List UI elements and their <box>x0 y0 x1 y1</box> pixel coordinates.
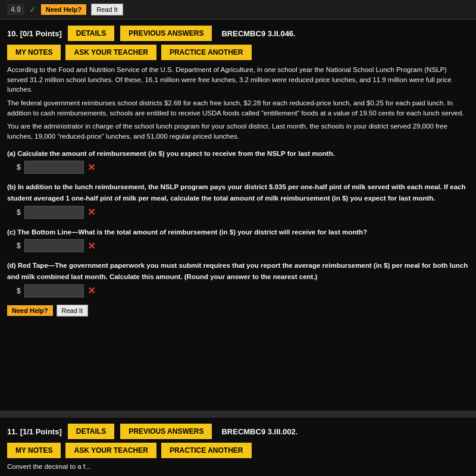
question-10-btn-row: MY NOTES ASK YOUR TEACHER PRACTICE ANOTH… <box>7 45 469 60</box>
ask-teacher-button-10[interactable]: ASK YOUR TEACHER <box>65 45 156 60</box>
need-help-button[interactable]: Need Help? <box>41 4 87 15</box>
question-11-header: 11. [1/1 Points] DETAILS PREVIOUS ANSWER… <box>7 424 469 439</box>
top-strip: 4.9 ✓ Need Help? Read It <box>0 0 476 20</box>
bottom-help-row-10: Need Help? Read It <box>7 305 469 319</box>
practice-button-10[interactable]: PRACTICE ANOTHER <box>161 45 252 60</box>
sub-c-answer-row: $ ✕ <box>17 239 469 252</box>
sub-a-answer-row: $ ✕ <box>17 161 469 174</box>
question-11-btn-row: MY NOTES ASK YOUR TEACHER PRACTICE ANOTH… <box>7 443 469 458</box>
question-10-header: 10. [0/1 Points] DETAILS PREVIOUS ANSWER… <box>7 26 469 41</box>
read-it-button-bottom[interactable]: Read It <box>57 305 88 317</box>
sub-d-label: (d) Red Tape—The government paperwork yo… <box>7 262 468 280</box>
convert-text: Convert the decimal to a f... <box>7 463 469 470</box>
my-notes-button-11[interactable]: MY NOTES <box>7 443 61 458</box>
dollar-sign-d: $ <box>17 287 21 295</box>
question-11-block: 11. [1/1 Points] DETAILS PREVIOUS ANSWER… <box>0 418 476 476</box>
sub-question-d: (d) Red Tape—The government paperwork yo… <box>7 259 469 297</box>
details-button-11[interactable]: DETAILS <box>68 424 114 439</box>
question-11-points: 11. [1/1 Points] <box>7 427 62 436</box>
ask-teacher-button-11[interactable]: ASK YOUR TEACHER <box>65 443 156 458</box>
check-icon: ✓ <box>29 5 36 14</box>
sub-question-c: (c) The Bottom Line—What is the total am… <box>7 226 469 253</box>
body-p2: The federal government reimburses school… <box>7 98 469 118</box>
my-notes-button-10[interactable]: MY NOTES <box>7 45 61 60</box>
question-10-code: BRECMBC9 3.II.046. <box>221 29 295 38</box>
wrong-icon-a: ✕ <box>87 162 95 173</box>
body-p1: According to the Food and Nutrition Serv… <box>7 65 469 95</box>
sub-b-answer-row: $ ✕ <box>17 206 469 219</box>
details-button-10[interactable]: DETAILS <box>68 26 114 41</box>
score-badge: 4.9 <box>7 4 24 15</box>
read-it-button[interactable]: Read It <box>91 4 123 15</box>
answer-input-d[interactable] <box>24 284 84 298</box>
sub-a-label: (a) Calculate the amount of reimbursemen… <box>7 150 335 157</box>
dollar-sign-c: $ <box>17 242 21 250</box>
divider <box>0 411 476 418</box>
page-wrapper: 4.9 ✓ Need Help? Read It 10. [0/1 Points… <box>0 0 476 476</box>
dollar-sign-a: $ <box>17 163 21 171</box>
body-p3: You are the administrator in charge of t… <box>7 121 469 141</box>
wrong-icon-d: ✕ <box>87 285 95 296</box>
sub-d-answer-row: $ ✕ <box>17 284 469 298</box>
sub-question-a: (a) Calculate the amount of reimbursemen… <box>7 148 469 174</box>
answer-input-b[interactable] <box>24 206 84 219</box>
sub-c-label: (c) The Bottom Line—What is the total am… <box>7 228 367 236</box>
practice-button-11[interactable]: PRACTICE ANOTHER <box>161 443 252 458</box>
question-10-block: 10. [0/1 Points] DETAILS PREVIOUS ANSWER… <box>0 20 476 411</box>
dollar-sign-b: $ <box>17 208 21 217</box>
need-help-button-bottom[interactable]: Need Help? <box>7 305 53 316</box>
sub-b-label: (b) In addition to the lunch reimburseme… <box>7 183 465 202</box>
question-10-points: 10. [0/1 Points] <box>7 29 62 38</box>
question-11-code: BRECMBC9 3.III.002. <box>221 427 298 436</box>
sub-question-b: (b) In addition to the lunch reimburseme… <box>7 181 469 218</box>
wrong-icon-c: ✕ <box>87 240 95 252</box>
question-10-body: According to the Food and Nutrition Serv… <box>7 65 469 142</box>
wrong-icon-b: ✕ <box>87 206 95 218</box>
prev-answers-button-10[interactable]: PREVIOUS ANSWERS <box>120 26 212 41</box>
prev-answers-button-11[interactable]: PREVIOUS ANSWERS <box>120 424 212 439</box>
answer-input-a[interactable] <box>24 161 84 174</box>
answer-input-c[interactable] <box>24 239 84 252</box>
